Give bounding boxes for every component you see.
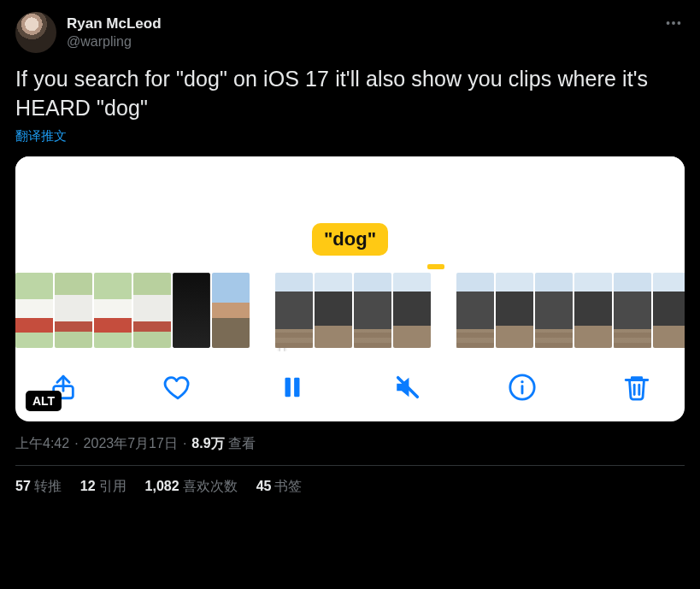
- svg-point-9: [521, 380, 523, 382]
- svg-rect-4: [285, 377, 291, 397]
- pause-button[interactable]: [275, 370, 309, 404]
- search-tag-wrap: "dog": [15, 223, 685, 256]
- media-toolbar: [15, 351, 685, 409]
- mute-button[interactable]: [391, 370, 425, 404]
- clip-group[interactable]: [456, 273, 685, 351]
- clip-group[interactable]: [15, 273, 250, 351]
- clip-thumb[interactable]: [15, 273, 53, 348]
- meta-separator: ·: [183, 436, 186, 451]
- stat-retweets[interactable]: 57转推: [15, 478, 62, 496]
- avatar[interactable]: [15, 12, 56, 53]
- tweet-stats: 57转推 12引用 1,082喜欢次数 45书签: [15, 466, 685, 496]
- alt-badge[interactable]: ALT: [26, 391, 62, 411]
- tweet-time[interactable]: 上午4:42: [15, 435, 69, 453]
- tweet: Ryan McLeod @warpling If you search for …: [0, 0, 700, 496]
- clip-thumb[interactable]: [393, 273, 431, 348]
- search-tag: "dog": [312, 223, 388, 256]
- meta-separator: ·: [74, 436, 78, 451]
- likes-count: 1,082: [145, 479, 179, 493]
- svg-point-2: [677, 21, 680, 25]
- quotes-count: 12: [80, 479, 96, 493]
- mute-icon: [393, 373, 422, 402]
- retweets-label: 转推: [34, 479, 62, 493]
- clip-thumb[interactable]: [354, 273, 391, 348]
- tweet-header: Ryan McLeod @warpling: [15, 12, 685, 53]
- media-card[interactable]: "dog": [15, 156, 685, 421]
- svg-rect-5: [295, 377, 300, 397]
- like-button[interactable]: [161, 370, 195, 404]
- clip-thumb[interactable]: [496, 273, 533, 348]
- svg-point-0: [667, 21, 670, 25]
- translate-link[interactable]: 翻译推文: [15, 128, 685, 144]
- clip-thumb[interactable]: [133, 273, 171, 348]
- user-handle: @warpling: [67, 33, 162, 51]
- views-label: 查看: [228, 436, 256, 451]
- stat-bookmarks[interactable]: 45书签: [256, 478, 303, 496]
- more-icon: [664, 14, 683, 32]
- clip-thumb[interactable]: [653, 273, 685, 348]
- svg-point-1: [672, 21, 675, 25]
- clip-thumb[interactable]: [614, 273, 651, 348]
- clip-thumb[interactable]: [173, 273, 210, 348]
- timeline-marker: [427, 264, 444, 269]
- likes-label: 喜欢次数: [183, 479, 238, 493]
- timeline-marker-row: [15, 264, 685, 269]
- stat-likes[interactable]: 1,082喜欢次数: [145, 478, 238, 496]
- media-top-space: [15, 156, 685, 223]
- more-button[interactable]: [661, 10, 686, 39]
- tweet-text: If you search for "dog" on iOS 17 it'll …: [15, 65, 685, 123]
- clips-timeline[interactable]: [15, 273, 685, 351]
- clip-thumb[interactable]: [535, 273, 573, 348]
- views[interactable]: 8.9万 查看: [191, 435, 256, 453]
- views-count: 8.9万: [191, 436, 224, 451]
- tweet-date[interactable]: 2023年7月17日: [84, 435, 178, 453]
- clip-thumb[interactable]: [275, 273, 313, 348]
- clip-thumb[interactable]: [55, 273, 92, 348]
- user-names[interactable]: Ryan McLeod @warpling: [67, 15, 162, 51]
- clip-thumb[interactable]: [456, 273, 494, 348]
- heart-icon: [163, 373, 192, 402]
- info-button[interactable]: [505, 370, 539, 404]
- retweets-count: 57: [15, 479, 31, 493]
- bookmarks-label: 书签: [274, 479, 302, 493]
- display-name: Ryan McLeod: [67, 15, 162, 33]
- bookmarks-count: 45: [256, 479, 272, 493]
- clip-thumb[interactable]: [574, 273, 612, 348]
- clip-thumb[interactable]: [94, 273, 132, 348]
- pause-icon: [278, 373, 307, 402]
- stat-quotes[interactable]: 12引用: [80, 478, 126, 496]
- clip-thumb[interactable]: [212, 273, 250, 348]
- tweet-meta: 上午4:42 · 2023年7月17日 · 8.9万 查看: [15, 435, 685, 466]
- clip-thumb[interactable]: [315, 273, 352, 348]
- info-icon: [508, 373, 537, 402]
- quotes-label: 引用: [99, 479, 126, 493]
- delete-button[interactable]: [620, 370, 654, 404]
- clip-group-active[interactable]: [275, 273, 431, 351]
- trash-icon: [622, 373, 651, 402]
